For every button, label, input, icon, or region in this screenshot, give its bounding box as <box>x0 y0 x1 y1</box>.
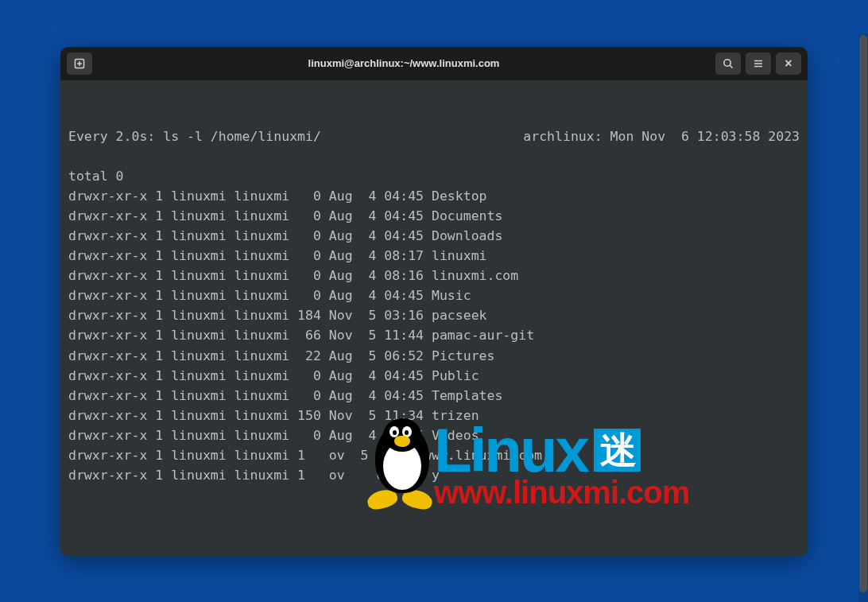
listing-row: drwxr-xr-x 1 linuxmi linuxmi 184 Nov 5 0… <box>68 305 800 325</box>
listing-row: drwxr-xr-x 1 linuxmi linuxmi 0 Aug 4 04:… <box>68 386 800 406</box>
watch-timestamp: archlinux: Mon Nov 6 12:03:58 2023 <box>523 126 800 146</box>
listing-row: drwxr-xr-x 1 linuxmi linuxmi 0 Aug 4 08:… <box>68 266 800 285</box>
listing-rows: drwxr-xr-x 1 linuxmi linuxmi 0 Aug 4 04:… <box>68 186 800 485</box>
listing-row: drwxr-xr-x 1 linuxmi linuxmi 0 Aug 4 04:… <box>68 425 800 445</box>
listing-row: drwxr-xr-x 1 linuxmi linuxmi 0 Aug 4 04:… <box>68 186 800 206</box>
title-bar: linuxmi@archlinux:~/www.linuxmi.com × <box>60 47 808 80</box>
close-button[interactable]: × <box>776 52 801 75</box>
terminal-window: linuxmi@archlinux:~/www.linuxmi.com × <box>60 47 808 556</box>
terminal-body[interactable]: Every 2.0s: ls -l /home/linuxmi/archlinu… <box>60 80 808 556</box>
new-tab-button[interactable] <box>67 52 92 75</box>
listing-row: drwxr-xr-x 1 linuxmi linuxmi 1 ov 5 11:2… <box>68 445 800 465</box>
menu-button[interactable] <box>746 52 771 75</box>
window-title: linuxmi@archlinux:~/www.linuxmi.com <box>92 57 715 69</box>
svg-line-4 <box>730 65 732 68</box>
watch-command: Every 2.0s: ls -l /home/linuxmi/ <box>68 126 321 146</box>
listing-total: total 0 <box>68 166 800 186</box>
watch-header: Every 2.0s: ls -l /home/linuxmi/archlinu… <box>68 126 800 146</box>
listing-row: drwxr-xr-x 1 linuxmi linuxmi 0 Aug 4 04:… <box>68 226 800 246</box>
close-icon: × <box>785 56 792 71</box>
svg-point-3 <box>724 59 730 65</box>
listing-row: drwxr-xr-x 1 linuxmi linuxmi 0 Aug 4 04:… <box>68 366 800 386</box>
listing-row: drwxr-xr-x 1 linuxmi linuxmi 22 Aug 5 06… <box>68 346 800 366</box>
listing-row: drwxr-xr-x 1 linuxmi linuxmi 150 Nov 5 1… <box>68 406 800 425</box>
listing-row: drwxr-xr-x 1 linuxmi linuxmi 0 Aug 4 04:… <box>68 206 800 226</box>
listing-row: drwxr-xr-x 1 linuxmi linuxmi 0 Aug 4 04:… <box>68 285 800 305</box>
search-button[interactable] <box>715 52 741 75</box>
listing-row: drwxr-xr-x 1 linuxmi linuxmi 1 ov 02:0 y <box>68 465 800 485</box>
listing-row: drwxr-xr-x 1 linuxmi linuxmi 0 Aug 4 08:… <box>68 246 800 266</box>
listing-row: drwxr-xr-x 1 linuxmi linuxmi 66 Nov 5 11… <box>68 325 800 345</box>
